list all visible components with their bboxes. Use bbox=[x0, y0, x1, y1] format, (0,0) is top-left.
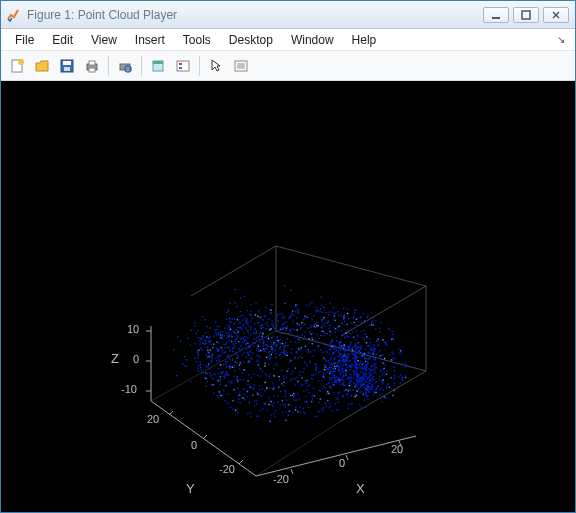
svg-rect-335 bbox=[269, 397, 270, 398]
svg-rect-1310 bbox=[351, 377, 352, 378]
svg-rect-1334 bbox=[367, 388, 368, 389]
svg-rect-1519 bbox=[239, 323, 240, 324]
svg-rect-400 bbox=[364, 356, 365, 357]
svg-rect-1340 bbox=[367, 345, 368, 346]
svg-rect-834 bbox=[258, 416, 259, 417]
maximize-button[interactable] bbox=[513, 7, 539, 23]
svg-rect-1486 bbox=[234, 319, 235, 320]
svg-rect-495 bbox=[337, 329, 338, 330]
svg-rect-864 bbox=[198, 350, 199, 351]
svg-rect-502 bbox=[356, 330, 357, 331]
svg-rect-154 bbox=[335, 368, 336, 369]
svg-rect-1450 bbox=[231, 382, 232, 383]
svg-rect-852 bbox=[207, 373, 208, 374]
menu-tools[interactable]: Tools bbox=[175, 31, 219, 49]
svg-rect-45 bbox=[304, 368, 305, 369]
print-preview-button[interactable] bbox=[113, 54, 137, 78]
save-button[interactable] bbox=[55, 54, 79, 78]
dock-button[interactable] bbox=[146, 54, 170, 78]
svg-rect-1323 bbox=[351, 366, 352, 367]
pointer-button[interactable] bbox=[204, 54, 228, 78]
toolbar bbox=[1, 51, 575, 81]
svg-rect-1473 bbox=[243, 389, 244, 390]
menu-edit[interactable]: Edit bbox=[44, 31, 81, 49]
svg-rect-178 bbox=[272, 383, 273, 384]
svg-rect-1646 bbox=[302, 357, 303, 358]
svg-rect-198 bbox=[279, 342, 280, 343]
svg-rect-1533 bbox=[206, 326, 207, 327]
svg-rect-1608 bbox=[367, 317, 368, 318]
svg-rect-1577 bbox=[245, 344, 246, 345]
svg-rect-822 bbox=[297, 411, 298, 412]
svg-rect-1719 bbox=[270, 309, 271, 310]
svg-rect-195 bbox=[267, 345, 268, 346]
svg-rect-1307 bbox=[348, 356, 349, 357]
title-bar[interactable]: Figure 1: Point Cloud Player bbox=[1, 1, 575, 29]
svg-rect-494 bbox=[335, 328, 336, 329]
print-button[interactable] bbox=[80, 54, 104, 78]
svg-rect-783 bbox=[396, 363, 397, 364]
window-title: Figure 1: Point Cloud Player bbox=[27, 8, 483, 22]
svg-rect-1687 bbox=[287, 345, 288, 346]
svg-rect-642 bbox=[386, 370, 387, 371]
menu-help[interactable]: Help bbox=[344, 31, 385, 49]
svg-rect-1389 bbox=[226, 366, 227, 367]
svg-rect-923 bbox=[375, 320, 376, 321]
svg-rect-324 bbox=[314, 395, 315, 396]
svg-rect-519 bbox=[371, 375, 372, 376]
svg-rect-1086 bbox=[360, 362, 361, 363]
svg-rect-328 bbox=[294, 400, 295, 401]
svg-rect-953 bbox=[394, 383, 395, 384]
svg-rect-1014 bbox=[366, 354, 367, 355]
svg-rect-1145 bbox=[334, 351, 335, 352]
svg-rect-575 bbox=[218, 357, 219, 358]
svg-rect-1462 bbox=[194, 358, 195, 359]
svg-rect-214 bbox=[338, 342, 339, 343]
svg-rect-866 bbox=[199, 340, 200, 341]
svg-rect-950 bbox=[398, 376, 399, 377]
svg-rect-242 bbox=[297, 393, 298, 394]
svg-rect-1637 bbox=[315, 327, 316, 328]
svg-rect-241 bbox=[302, 384, 303, 385]
open-button[interactable] bbox=[30, 54, 54, 78]
svg-rect-1083 bbox=[365, 392, 366, 393]
svg-rect-69 bbox=[313, 374, 314, 375]
svg-rect-1490 bbox=[229, 330, 230, 331]
svg-rect-1680 bbox=[343, 319, 344, 320]
svg-rect-667 bbox=[335, 403, 336, 404]
legend-button[interactable] bbox=[171, 54, 195, 78]
svg-rect-200 bbox=[282, 343, 283, 344]
new-figure-button[interactable] bbox=[5, 54, 29, 78]
properties-button[interactable] bbox=[229, 54, 253, 78]
svg-rect-274 bbox=[268, 338, 269, 339]
svg-rect-1698 bbox=[342, 335, 343, 336]
svg-rect-116 bbox=[294, 378, 295, 379]
menu-view[interactable]: View bbox=[83, 31, 125, 49]
menu-insert[interactable]: Insert bbox=[127, 31, 173, 49]
close-button[interactable] bbox=[543, 7, 569, 23]
svg-rect-222 bbox=[345, 370, 346, 371]
svg-rect-883 bbox=[232, 318, 233, 319]
axes-3d[interactable]: Z Y X 10 0 -10 20 0 -20 -20 0 20 bbox=[91, 191, 481, 511]
svg-rect-99 bbox=[323, 359, 324, 360]
plot-canvas[interactable]: Z Y X 10 0 -10 20 0 -20 -20 0 20 bbox=[1, 81, 575, 512]
svg-rect-706 bbox=[209, 372, 210, 373]
svg-rect-998 bbox=[366, 381, 367, 382]
svg-rect-1377 bbox=[249, 361, 250, 362]
toolbar-overflow-icon[interactable]: ↘ bbox=[557, 34, 569, 45]
svg-rect-551 bbox=[273, 402, 274, 403]
svg-rect-806 bbox=[364, 400, 365, 401]
svg-rect-1638 bbox=[250, 327, 251, 328]
svg-rect-1271 bbox=[369, 381, 370, 382]
svg-rect-1322 bbox=[356, 386, 357, 387]
svg-rect-879 bbox=[217, 326, 218, 327]
minimize-button[interactable] bbox=[483, 7, 509, 23]
menu-file[interactable]: File bbox=[7, 31, 42, 49]
figure-window: Figure 1: Point Cloud Player File Edit V… bbox=[0, 0, 576, 513]
svg-rect-1675 bbox=[284, 303, 285, 304]
svg-rect-925 bbox=[379, 328, 380, 329]
svg-rect-223 bbox=[345, 369, 346, 370]
menu-desktop[interactable]: Desktop bbox=[221, 31, 281, 49]
svg-rect-678 bbox=[288, 415, 289, 416]
menu-window[interactable]: Window bbox=[283, 31, 342, 49]
